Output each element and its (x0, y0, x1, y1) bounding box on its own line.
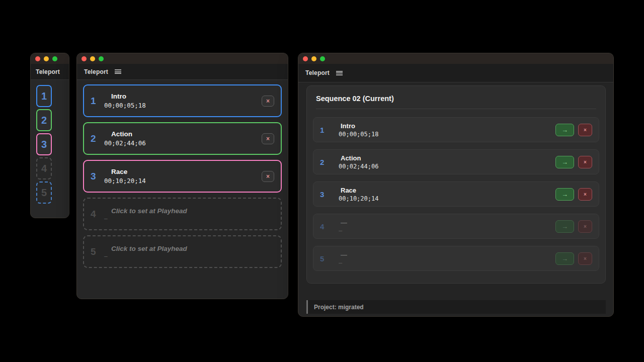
item-empty-dash: – (104, 254, 187, 259)
close-icon: × (266, 98, 270, 105)
row-text: — – (339, 251, 347, 266)
slot-button-5[interactable]: 5 (36, 182, 52, 204)
item-placeholder: Click to set at Playhead (111, 245, 187, 252)
app-header: Teleport (77, 64, 288, 80)
slot-button-4[interactable]: 4 (36, 157, 52, 179)
project-status-label: Project: migrated (314, 304, 364, 311)
close-icon: × (266, 135, 270, 142)
teleport-item-1[interactable]: 1 Intro 00;00;05;18 × (83, 84, 282, 117)
row-text: — – (339, 219, 347, 234)
row-label: Action (341, 154, 378, 162)
sequence-heading: Sequence 02 (Current) (316, 86, 596, 109)
item-empty-dash: – (104, 216, 187, 221)
go-to-marker-button[interactable]: → (555, 220, 574, 233)
titlebar[interactable] (31, 53, 69, 64)
sequence-row-3: 3 Race 00;10;20;14 → × (313, 182, 599, 207)
titlebar[interactable] (77, 53, 288, 64)
item-placeholder: Click to set at Playhead (111, 207, 187, 215)
row-number: 5 (320, 254, 333, 263)
row-actions: → × (555, 220, 592, 233)
row-timecode: – (339, 227, 347, 234)
row-label: Race (341, 187, 378, 194)
app-header: Teleport (31, 64, 69, 80)
close-icon: × (584, 192, 587, 197)
item-timecode: 00;02;44;06 (104, 139, 146, 147)
close-icon: × (584, 159, 587, 165)
teleport-item-3[interactable]: 3 Race 00;10;20;14 × (83, 160, 282, 193)
sequence-panel: Sequence 02 (Current) 1 Intro 00;00;05;1… (306, 85, 606, 284)
teleport-mini-window: Teleport 1 2 3 4 5 (30, 53, 69, 218)
go-to-marker-button[interactable]: → (555, 156, 574, 168)
item-text: Race 00;10;20;14 (104, 168, 146, 185)
row-actions: → × (555, 156, 592, 168)
arrow-right-icon: → (561, 158, 568, 166)
row-label: — (341, 219, 347, 226)
item-number: 4 (91, 209, 104, 220)
clear-item-button[interactable]: × (262, 133, 274, 144)
clear-marker-button[interactable]: × (578, 124, 592, 136)
row-timecode: 00;02;44;06 (339, 163, 378, 170)
row-label: — (341, 251, 347, 258)
row-timecode: 00;10;20;14 (339, 195, 378, 202)
close-icon: × (584, 224, 587, 229)
arrow-right-icon: → (561, 255, 568, 262)
zoom-traffic-light-icon[interactable] (320, 56, 325, 61)
item-number: 1 (91, 96, 104, 107)
close-traffic-light-icon[interactable] (303, 56, 308, 61)
item-text: Intro 00;00;05;18 (104, 93, 146, 109)
teleport-item-2[interactable]: 2 Action 00;02;44;06 × (83, 122, 282, 155)
minimize-traffic-light-icon[interactable] (44, 56, 49, 61)
close-traffic-light-icon[interactable] (82, 56, 87, 61)
minimize-traffic-light-icon[interactable] (311, 56, 316, 61)
go-to-marker-button[interactable]: → (555, 252, 574, 265)
row-actions: → × (555, 188, 592, 201)
app-header: Teleport (298, 64, 613, 82)
zoom-traffic-light-icon[interactable] (99, 56, 104, 61)
sequence-row-list: 1 Intro 00;00;05;18 → × 2 Acti (313, 109, 599, 271)
sequence-row-1: 1 Intro 00;00;05;18 → × (313, 117, 599, 142)
close-traffic-light-icon[interactable] (35, 56, 40, 61)
zoom-traffic-light-icon[interactable] (52, 56, 57, 61)
sequence-row-5-empty: 5 — – → × (313, 246, 599, 271)
app-title: Teleport (84, 68, 108, 75)
teleport-item-5-empty[interactable]: 5 Click to set at Playhead – (83, 235, 282, 268)
hamburger-menu-icon[interactable] (115, 69, 121, 74)
row-text: Action 00;02;44;06 (339, 154, 378, 170)
clear-item-button[interactable]: × (262, 171, 274, 182)
item-label: Intro (111, 93, 146, 100)
item-text: Click to set at Playhead – (104, 207, 187, 221)
item-timecode: 00;00;05;18 (104, 102, 146, 109)
row-timecode: 00;00;05;18 (339, 131, 378, 138)
row-number: 1 (320, 126, 333, 134)
item-text: Click to set at Playhead – (104, 245, 187, 259)
item-number: 3 (91, 171, 104, 182)
slot-button-3[interactable]: 3 (36, 133, 52, 155)
app-title: Teleport (36, 68, 60, 75)
row-text: Intro 00;00;05;18 (339, 122, 378, 138)
arrow-right-icon: → (561, 191, 568, 198)
hamburger-menu-icon[interactable] (336, 71, 343, 75)
row-number: 4 (320, 222, 333, 231)
item-number: 5 (91, 246, 104, 257)
minimize-traffic-light-icon[interactable] (90, 56, 95, 61)
arrow-right-icon: → (561, 223, 568, 230)
row-text: Race 00;10;20;14 (339, 187, 378, 202)
clear-marker-button[interactable]: × (578, 252, 592, 265)
go-to-marker-button[interactable]: → (555, 188, 574, 201)
row-number: 2 (320, 158, 333, 166)
teleport-item-4-empty[interactable]: 4 Click to set at Playhead – (83, 198, 282, 230)
clear-marker-button[interactable]: × (578, 156, 592, 168)
titlebar[interactable] (298, 53, 613, 64)
clear-item-button[interactable]: × (262, 96, 274, 107)
row-actions: → × (555, 252, 592, 265)
clear-marker-button[interactable]: × (578, 188, 592, 201)
clear-marker-button[interactable]: × (578, 220, 592, 233)
slot-button-1[interactable]: 1 (36, 85, 52, 107)
row-label: Intro (341, 122, 378, 130)
slot-button-2[interactable]: 2 (36, 109, 52, 131)
go-to-marker-button[interactable]: → (555, 124, 574, 136)
item-label: Race (111, 168, 146, 175)
row-actions: → × (555, 124, 592, 136)
mini-slot-list: 1 2 3 4 5 (31, 80, 69, 204)
desktop: Teleport 1 2 3 4 5 Teleport 1 Intro (0, 0, 644, 362)
